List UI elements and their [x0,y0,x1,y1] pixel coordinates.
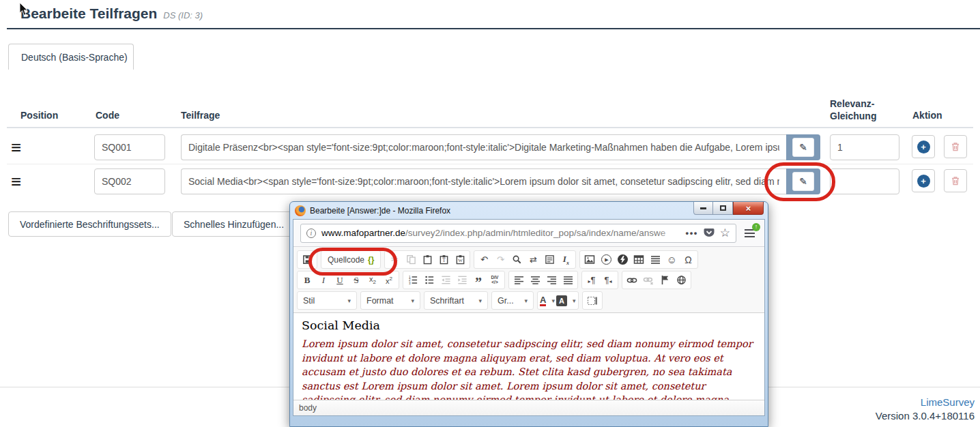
svg-text:W: W [458,258,463,263]
outdent-button[interactable] [437,272,454,289]
paste-text-button[interactable]: T [435,252,452,268]
code-input[interactable] [94,168,165,194]
subscript-icon: x2 [369,275,376,285]
blockquote-button[interactable]: ” [470,272,487,289]
table-button[interactable] [631,252,647,268]
unlink-button[interactable] [640,272,657,289]
plus-icon: + [917,141,930,153]
media-button[interactable]: ▶ [598,252,614,268]
maximize-button[interactable] [713,202,733,215]
align-left-button[interactable] [510,272,527,289]
align-center-button[interactable] [527,272,543,289]
smiley-button[interactable]: ☺ [663,252,680,268]
save-button[interactable] [299,252,315,268]
replace-icon: ⇄ [530,254,537,265]
source-button[interactable]: Quellcode{⁠} [323,252,379,268]
redo-button[interactable]: ↷ [492,252,508,268]
font-size-dropdown[interactable]: Gr...▾ [491,291,534,310]
delete-row-button[interactable] [944,169,967,192]
relevance-input[interactable] [830,168,899,194]
background-color-button[interactable]: A▾ [556,293,577,309]
bold-button[interactable]: B [299,272,315,289]
strikethrough-button[interactable]: S [348,272,364,289]
bookmark-star-icon[interactable]: ☆ [720,227,730,239]
text-direction-ltr-button[interactable]: ▸¶ [583,272,600,289]
subquestion-group: ✎ [181,134,820,160]
code-input[interactable] [94,134,165,160]
page-info-icon[interactable]: i [306,229,316,238]
style-dropdown[interactable]: Stil▾ [297,291,357,310]
predefined-label-sets-button[interactable]: Vordefinierte Beschriftungssets... [8,211,171,237]
add-row-button[interactable]: + [912,135,935,158]
drag-handle-icon[interactable]: ≡ [11,138,21,156]
close-button[interactable]: × [733,202,764,215]
edit-pencil-button[interactable]: ✎ [792,138,814,157]
show-blocks-button[interactable] [584,293,601,309]
text-direction-rtl-button[interactable]: ¶◂ [600,272,616,289]
link-button[interactable] [624,272,640,289]
anchor-button[interactable] [657,272,673,289]
indent-button[interactable] [454,272,470,289]
format-dropdown[interactable]: Format▾ [360,291,420,310]
horizontal-line-button[interactable] [647,252,663,268]
text-color-button[interactable]: A▾ [539,293,556,309]
element-path-body[interactable]: body [299,403,317,413]
cut-button[interactable]: ✂ [386,252,403,268]
superscript-button[interactable]: x2 [381,272,397,289]
url-bar[interactable]: i www.mafopartner.de/survey2/index.php/a… [300,224,736,243]
page-actions-icon[interactable]: ••• [686,228,698,238]
bold-icon: B [304,275,311,286]
subquestion-input[interactable] [181,168,786,194]
outdent-icon [441,275,451,285]
add-row-button[interactable]: + [912,169,935,192]
minimize-button[interactable] [693,202,713,215]
minimize-icon [700,207,706,209]
select-all-button[interactable] [541,252,558,268]
window-titlebar[interactable]: Bearbeite [Answer:]de - Mozilla Firefox … [293,202,765,219]
flash-button[interactable] [614,252,631,268]
find-button[interactable] [508,252,525,268]
font-dropdown[interactable]: Schriftart▾ [424,291,488,310]
image-button[interactable] [581,252,598,268]
numbered-list-button[interactable]: 123 [405,272,421,289]
tab-deutsch-basis-sprache[interactable]: Deutsch (Basis-Sprache) [8,44,134,70]
source-braces-icon: {⁠} [368,255,374,265]
div-container-button[interactable]: DIV</> [487,272,503,289]
undo-button[interactable]: ↶ [476,252,492,268]
pocket-icon[interactable] [704,228,715,238]
footer-brand-link[interactable]: LimeSurvey [876,396,975,409]
relevance-input[interactable] [830,134,899,160]
language-button[interactable] [673,272,689,289]
mouse-cursor-icon [19,2,29,19]
align-justify-button[interactable] [560,272,576,289]
bullet-list-button[interactable] [421,272,437,289]
chevron-down-icon: ▾ [524,297,528,304]
quick-add-button[interactable]: Schnelles Hinzufügen... [172,211,296,237]
smiley-icon: ☺ [667,254,677,265]
replace-button[interactable]: ⇄ [525,252,541,268]
underline-button[interactable]: U [332,272,348,289]
close-icon: × [746,203,751,214]
paste-word-icon: W [455,254,465,265]
edit-pencil-button[interactable]: ✎ [792,172,814,191]
copy-button[interactable] [403,252,419,268]
menu-button[interactable]: ↑ [743,226,758,241]
delete-row-button[interactable] [944,135,967,158]
chevron-down-icon: ▾ [573,297,576,304]
paste-button[interactable] [419,252,435,268]
align-right-button[interactable] [543,272,560,289]
pencil-icon: ✎ [799,142,807,153]
drag-handle-icon[interactable]: ≡ [11,173,21,190]
paste-icon [422,254,433,265]
subquestion-input[interactable] [181,134,786,160]
remove-format-button[interactable]: Ix [558,252,574,268]
special-char-button[interactable]: Ω [680,252,696,268]
italic-button[interactable]: I [315,272,332,289]
redo-icon: ↷ [497,254,504,265]
align-right-icon [547,276,557,285]
paste-word-button[interactable]: W [452,252,468,268]
subscript-button[interactable]: x2 [364,272,381,289]
editor-body[interactable]: Social Media Lorem ipsum dolor sit amet,… [293,313,764,400]
url-path: /survey2/index.php/admin/htmleditor_pop/… [405,228,665,238]
unlink-icon [643,276,654,285]
